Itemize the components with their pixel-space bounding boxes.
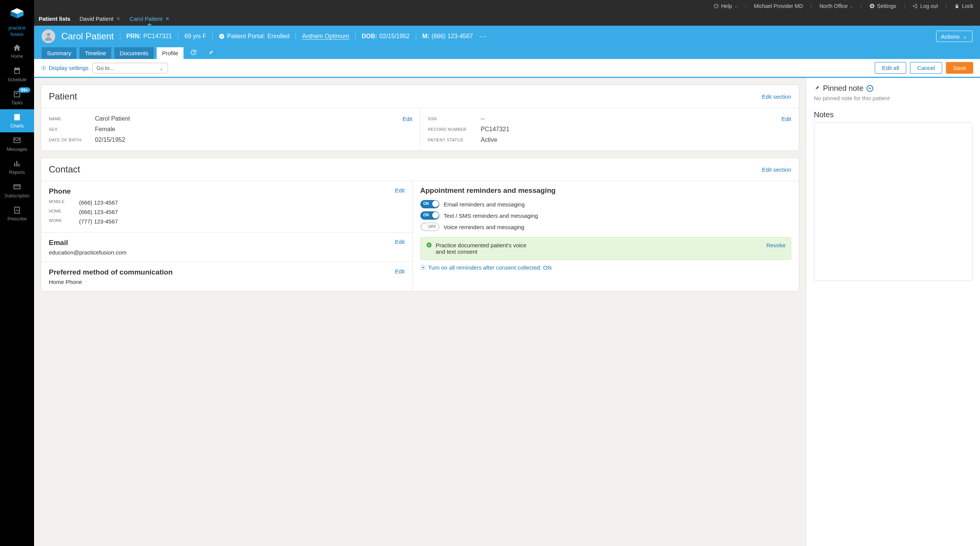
nav-prescribe[interactable]: Rx Prescribe	[0, 202, 34, 225]
logout-icon	[913, 3, 918, 9]
edit-ssn[interactable]: Edit	[781, 116, 791, 122]
help-icon: ?	[714, 3, 719, 9]
phone-heading: Phone	[49, 187, 71, 195]
ptab-timeline[interactable]: Timeline	[80, 47, 111, 59]
history-icon[interactable]	[186, 47, 200, 59]
pref-heading: Preferred method of communication	[49, 268, 173, 276]
field-record-number: PC147321	[481, 126, 792, 133]
ptab-summary[interactable]: Summary	[41, 47, 76, 59]
logout-link[interactable]: Log out	[913, 3, 938, 9]
content: Patient Edit section NAME Carol Patient …	[34, 78, 980, 546]
edit-name[interactable]: Edit	[402, 116, 412, 122]
calendar-icon	[2, 67, 33, 75]
profile-scroll[interactable]: Patient Edit section NAME Carol Patient …	[34, 78, 806, 546]
nav-tasks[interactable]: 99+ Tasks	[0, 86, 34, 109]
save-button[interactable]: Save	[946, 62, 973, 74]
gear-icon	[420, 265, 426, 270]
phone-mobile: (666) 123-4567	[79, 199, 118, 206]
edit-email[interactable]: Edit	[395, 239, 405, 245]
home-icon	[2, 43, 33, 52]
tab-patient-lists[interactable]: Patient lists	[38, 16, 70, 22]
svg-point-8	[43, 67, 45, 69]
mail-icon	[2, 136, 33, 145]
office-menu[interactable]: North Office ⌄	[819, 3, 853, 9]
nav-charts[interactable]: Charts	[0, 109, 34, 132]
help-link[interactable]: ? Help ⌄	[714, 3, 737, 9]
pin-icon[interactable]	[204, 47, 218, 59]
patient-prn: PRN: PC147321	[126, 33, 172, 40]
add-pinned-note-button[interactable]: +	[867, 85, 873, 92]
pin-icon	[814, 85, 820, 92]
revoke-link[interactable]: Revoke	[766, 242, 786, 248]
card-icon	[2, 183, 33, 191]
actions-dropdown[interactable]: Actions ⌄	[936, 31, 972, 42]
contact-card: Contact Edit section Phone Edit M	[41, 158, 799, 292]
gear-icon	[870, 3, 875, 9]
charts-icon	[2, 113, 33, 122]
email-value: education@practicefusion.com	[49, 249, 405, 256]
lock-icon	[954, 3, 959, 9]
patient-insurance-link[interactable]: Anthem Optimum	[302, 33, 349, 40]
close-icon[interactable]: ✕	[165, 16, 170, 22]
display-settings-link[interactable]: Display settings	[41, 65, 89, 71]
nav-reports[interactable]: Reports	[0, 156, 34, 179]
svg-point-7	[220, 34, 224, 38]
logo-icon	[8, 6, 26, 24]
edit-phone[interactable]: Edit	[395, 187, 405, 194]
settings-link[interactable]: Settings	[870, 3, 896, 9]
toggle-text-reminders[interactable]: ON	[420, 211, 439, 220]
pinned-note-heading: Pinned note +	[814, 84, 972, 93]
svg-text:Rx: Rx	[16, 208, 20, 212]
notes-box[interactable]	[814, 122, 972, 281]
consent-text: Practice documented patient's voice and …	[436, 242, 527, 255]
profile-toolbar: Display settings Go to... ⌄ Edit all Can…	[34, 59, 980, 78]
topbar: ? Help ⌄ | Michael Provider MD | North O…	[34, 0, 980, 12]
logo: practice fusion	[0, 0, 34, 40]
right-panel: Pinned note + No pinned note for this pa…	[806, 78, 980, 546]
patient-edit-section[interactable]: Edit section	[762, 94, 791, 100]
tab-carol-patient[interactable]: Carol Patient ✕	[129, 16, 170, 22]
toggle-voice-reminders[interactable]: OFF	[420, 223, 439, 231]
patient-mobile: M: (666) 123-4567	[422, 33, 473, 40]
close-icon[interactable]: ✕	[116, 16, 120, 22]
more-icon[interactable]: ⋯	[479, 32, 487, 41]
reminders-after-consent-link[interactable]: Turn on all reminders after consent coll…	[420, 264, 552, 271]
toggle-text-label: Text / SMS reminders and messaging	[444, 213, 538, 219]
edit-pref[interactable]: Edit	[395, 268, 405, 275]
nav-messages[interactable]: Messages	[0, 132, 34, 156]
patient-header: Carol Patient PRN: PC147321 69 yrs F Pat…	[34, 26, 980, 59]
patient-tabs-row: Patient lists David Patient ✕ Carol Pati…	[34, 12, 980, 26]
reminders-heading: Appointment reminders and messaging	[420, 186, 792, 195]
consent-banner: Practice documented patient's voice and …	[420, 237, 792, 260]
gear-icon	[41, 65, 46, 71]
svg-point-10	[422, 267, 424, 268]
svg-point-9	[426, 242, 431, 247]
nav-subscription[interactable]: Subscription	[0, 179, 34, 202]
lock-link[interactable]: Lock	[954, 3, 973, 9]
ptab-profile[interactable]: Profile	[157, 47, 183, 59]
notes-heading: Notes	[814, 110, 972, 119]
logo-text-2: fusion	[0, 32, 34, 37]
patient-card-title: Patient	[49, 91, 77, 102]
tab-david-patient[interactable]: David Patient ✕	[80, 16, 120, 22]
patient-name: Carol Patient	[61, 31, 114, 41]
phone-work: (777) 123-4567	[79, 218, 118, 225]
pref-value: Home Phone	[49, 279, 405, 285]
contact-edit-section[interactable]: Edit section	[762, 167, 791, 173]
cancel-button[interactable]: Cancel	[910, 62, 942, 74]
user-menu[interactable]: Michael Provider MD	[754, 3, 803, 9]
tasks-badge: 99+	[19, 87, 30, 93]
toggle-email-label: Email reminders and messaging	[444, 201, 525, 208]
field-ssn: --	[481, 115, 782, 122]
toggle-email-reminders[interactable]: ON	[420, 200, 439, 208]
patient-portal: Patient Portal: Enrolled	[219, 33, 290, 40]
nav-home[interactable]: Home	[0, 40, 34, 63]
goto-dropdown[interactable]: Go to... ⌄	[92, 63, 168, 73]
nav-schedule[interactable]: Schedule	[0, 63, 34, 86]
chevron-down-icon: ⌄	[963, 33, 967, 40]
ptab-documents[interactable]: Documents	[114, 47, 154, 59]
edit-all-button[interactable]: Edit all	[875, 62, 906, 74]
contact-card-title: Contact	[49, 164, 80, 175]
avatar	[41, 30, 55, 43]
field-name: Carol Patient	[95, 115, 402, 122]
